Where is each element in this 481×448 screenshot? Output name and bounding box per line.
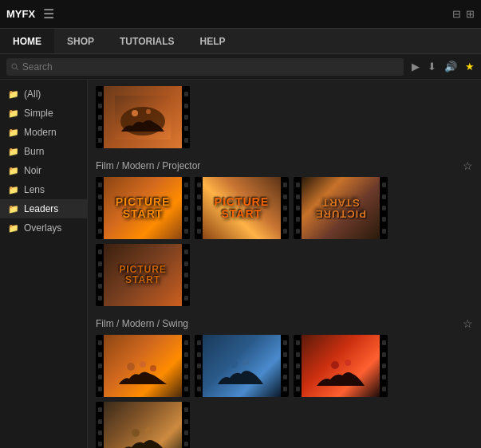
svg-point-9 (150, 365, 156, 371)
crowd-svg-1 (115, 344, 171, 388)
film-hole (184, 92, 188, 96)
section-projector-star[interactable]: ☆ (463, 159, 473, 172)
film-hole (296, 387, 300, 391)
search-input[interactable] (22, 61, 399, 73)
search-bar[interactable] (6, 58, 404, 76)
thumbnail-projector-2[interactable]: PICTURESTART (195, 177, 289, 239)
film-hole (184, 387, 188, 391)
film-hole (184, 430, 188, 435)
film-hole (98, 217, 102, 222)
film-holes-left-s4 (96, 402, 104, 448)
film-hole (184, 375, 188, 379)
section-swing-header: Film / Modern / Swing ☆ (96, 317, 473, 330)
folder-icon-modern: 📁 (8, 128, 19, 138)
thumbnail-swing-1[interactable] (96, 335, 190, 397)
film-holes-left-s2 (195, 335, 203, 397)
film-hole (382, 340, 386, 345)
sidebar-item-modern[interactable]: 📁 Modern (0, 123, 87, 142)
projector-thumbnails: PICTURESTART (96, 177, 473, 306)
film-hole (184, 250, 188, 254)
nav-help[interactable]: HELP (187, 29, 238, 53)
film-hole (184, 284, 188, 289)
sidebar-item-overlays[interactable]: 📁 Overlays (0, 218, 87, 238)
sidebar-label-leaders: Leaders (24, 203, 58, 214)
film-hole (283, 387, 287, 391)
nav-shop[interactable]: SHOP (54, 29, 107, 53)
section-projector-title: Film / Modern / Projector (96, 160, 200, 171)
film-hole (184, 115, 188, 120)
sidebar-label-lens: Lens (24, 184, 45, 195)
film-hole (197, 229, 201, 234)
film-holes-right-2 (281, 177, 289, 239)
film-hole (296, 352, 300, 357)
swing-thumbnails (96, 335, 473, 448)
film-hole (184, 419, 188, 424)
film-holes-left-2 (195, 177, 203, 239)
thumbnail-swing-2[interactable] (195, 335, 289, 397)
film-hole (382, 217, 386, 222)
film-hole (283, 183, 287, 187)
svg-point-7 (127, 363, 135, 371)
svg-point-8 (140, 361, 146, 367)
section-swing-star[interactable]: ☆ (463, 317, 473, 330)
film-hole (98, 115, 102, 120)
film-hole (98, 284, 102, 289)
film-hole (98, 104, 102, 108)
nav-home[interactable]: HOME (0, 29, 54, 53)
thumbnail-swing-3[interactable] (294, 335, 388, 397)
thumbnail-projector-1[interactable]: PICTURESTART (96, 177, 190, 239)
film-hole (296, 217, 300, 222)
film-hole (296, 364, 300, 368)
film-holes-right-3 (380, 177, 388, 239)
film-hole (98, 273, 102, 277)
menu-icon[interactable]: ☰ (43, 6, 54, 22)
film-hole (283, 195, 287, 199)
film-hole (98, 183, 102, 187)
film-hole (197, 195, 201, 199)
film-hole (184, 352, 188, 357)
film-hole (283, 217, 287, 222)
film-hole (98, 250, 102, 254)
film-hole (98, 419, 102, 424)
thumbnail-projector-3[interactable]: PICTURESTART (294, 177, 388, 239)
film-hole (283, 229, 287, 234)
film-hole (184, 442, 188, 446)
film-holes-left-s3 (294, 335, 302, 397)
film-hole (197, 217, 201, 222)
film-hole (98, 387, 102, 391)
star-icon[interactable]: ★ (465, 61, 475, 73)
sound-icon[interactable]: 🔊 (444, 61, 457, 73)
sidebar-item-lens[interactable]: 📁 Lens (0, 180, 87, 199)
window-maximize-icon[interactable]: ⊞ (466, 8, 475, 20)
film-frame-s4 (104, 402, 182, 448)
download-icon[interactable]: ⬇ (428, 61, 436, 73)
film-hole (184, 183, 188, 187)
film-hole (98, 340, 102, 345)
play-icon[interactable]: ▶ (412, 61, 420, 73)
film-hole (283, 352, 287, 357)
thumbnail-projector-4[interactable]: PICTURESTART (96, 244, 190, 306)
film-hole (98, 296, 102, 301)
film-holes-left-1 (96, 177, 104, 239)
film-hole (98, 407, 102, 412)
thumbnail-item[interactable] (96, 86, 190, 148)
film-hole (296, 229, 300, 234)
folder-icon-overlays: 📁 (8, 223, 19, 234)
sidebar-item-leaders[interactable]: 📁 Leaders (0, 199, 87, 218)
film-hole (98, 126, 102, 131)
sidebar-item-simple[interactable]: 📁 Simple (0, 104, 87, 123)
thumbnail-swing-4[interactable] (96, 402, 190, 448)
film-hole (197, 375, 201, 379)
sidebar-item-burn[interactable]: 📁 Burn (0, 142, 87, 161)
sidebar-item-noir[interactable]: 📁 Noir (0, 161, 87, 180)
sidebar-item-all[interactable]: 📁 (All) (0, 84, 87, 104)
window-restore-icon[interactable]: ⊟ (452, 8, 461, 20)
film-hole (98, 261, 102, 266)
picture-start-label-4: PICTURESTART (119, 265, 167, 285)
nav-tutorials[interactable]: TUTORIALS (107, 29, 187, 53)
film-hole (98, 364, 102, 368)
film-hole (184, 126, 188, 131)
film-hole (184, 138, 188, 143)
brand-logo: MYFX (6, 8, 35, 20)
section-projector: Film / Modern / Projector ☆ PICTURESTART (96, 159, 473, 306)
